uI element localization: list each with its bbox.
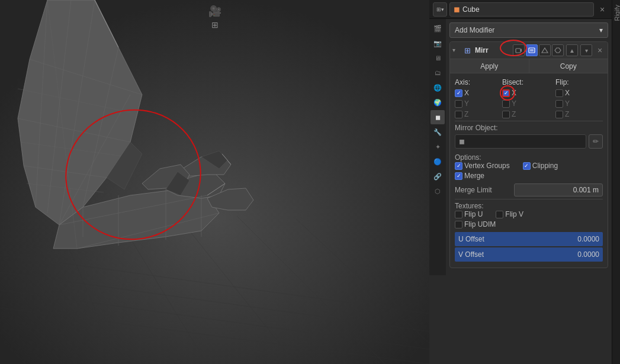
merge-limit-row: Merge Limit 0.001 m [455,183,603,197]
modifier-body: Axis: Bisect: Flip: X [450,73,608,268]
modifier-delete-btn[interactable]: × [595,45,605,56]
flip-y-checkbox[interactable] [555,100,563,108]
options-row-2: Merge [455,172,603,180]
flip-u-checkbox[interactable] [455,211,462,218]
mirror-object-eyedropper[interactable]: ✏ [589,134,603,149]
clipping-label: Clipping [532,162,558,170]
merge-checkbox[interactable] [455,172,462,180]
axis-x-label: X [464,89,469,97]
flip-udim-checkbox[interactable] [455,221,462,228]
axis-x-checkbox[interactable] [455,89,462,97]
modifier-strip-icon[interactable]: 🔧 [431,125,445,139]
vertex-groups-checkbox[interactable] [455,162,462,170]
vertex-groups-item: Vertex Groups [455,162,510,170]
mod-vis-buttons [513,44,564,56]
clipping-checkbox[interactable] [523,162,531,170]
properties-panel: ⊞▾ ◼ Cube × 🎬 📷 🖥 🗂 🌐 🌍 ◼ 🔧 ✦ 🔵 🔗 [429,0,612,364]
merge-item: Merge [455,172,484,180]
viewlayer-strip-icon[interactable]: 🗂 [431,66,445,80]
mirror-object-field: ◼ ✏ [455,134,603,149]
output-strip-icon[interactable]: 🖥 [431,51,445,65]
flip-v-checkbox[interactable] [496,211,503,218]
copy-button[interactable]: Copy [529,59,608,73]
flip-x-checkbox[interactable] [555,89,563,97]
viewport[interactable]: 🎥 ⊞ [0,0,429,364]
svg-marker-45 [555,48,561,53]
modifier-move-up-btn[interactable]: ▲ [566,44,578,56]
flip-z-label: Z [565,110,569,118]
modifier-move-down-btn[interactable]: ▾ [580,44,592,56]
grid-icon[interactable]: ⊞ [211,20,219,30]
separator-1 [455,121,603,121]
apply-copy-row: Apply Copy [450,59,608,73]
properties-body: 🎬 📷 🖥 🗂 🌐 🌍 ◼ 🔧 ✦ 🔵 🔗 ⬡ Add Mod [429,19,612,275]
left-icon-strip: 🎬 📷 🖥 🗂 🌐 🌍 ◼ 🔧 ✦ 🔵 🔗 ⬡ [429,19,446,275]
svg-marker-44 [542,48,548,53]
bisect-z-checkbox[interactable] [502,111,510,118]
options-label: Options: [455,153,481,162]
particles-strip-icon[interactable]: ✦ [431,140,445,154]
flip-z-checkbox[interactable] [555,111,563,118]
camera-icon[interactable]: 🎥 [208,5,221,18]
render-strip-icon[interactable]: 📷 [431,36,445,50]
view-type-button[interactable]: ⊞▾ [433,2,447,17]
u-offset-value: 0.0000 [577,235,599,243]
axis-z-label: Z [464,110,468,118]
modifier-collapse-toggle[interactable]: ▾ [452,47,460,54]
mirror-object-icon: ◼ [459,137,465,146]
options-row-1: Vertex Groups Clipping [455,162,603,170]
separator-2 [455,199,603,199]
mirror-object-picker[interactable]: ◼ [455,134,586,149]
apply-button[interactable]: Apply [450,59,529,73]
constraints-strip-icon[interactable]: 🔗 [431,169,445,183]
panel-header: ⊞▾ ◼ Cube × [429,0,612,19]
v-offset-label: V Offset [458,250,577,259]
bisect-x-label: X [512,89,516,97]
mod-edit-vis-btn[interactable] [539,44,551,56]
mod-camera-vis-btn[interactable] [513,44,525,56]
flip-udim-item: Flip UDIM [455,220,496,228]
textures-flip-row: Flip U Flip V [455,210,603,218]
options-section: Options: Vertex Groups Clipping [455,153,603,180]
bisect-y-checkbox[interactable] [502,100,510,108]
object-strip-icon[interactable]: ◼ [431,110,445,124]
object-icon: ◼ [454,5,460,14]
flip-u-item: Flip U [455,210,483,218]
axis-header-label: Axis: [455,78,502,86]
mod-viewport-vis-btn[interactable] [526,44,538,56]
bisect-z-label: Z [512,110,516,118]
close-button[interactable]: × [596,4,608,15]
add-modifier-button[interactable]: Add Modifier ▾ [449,22,608,38]
merge-limit-value[interactable]: 0.001 m [514,183,603,197]
y-axis-row: Y Y Y [455,99,603,108]
add-modifier-row: Add Modifier ▾ [449,22,608,38]
object-name: Cube [462,5,480,14]
physics-strip-icon[interactable]: 🔵 [431,154,445,169]
mirror-object-row: Mirror Object: [455,124,603,132]
clipping-item: Clipping [523,162,558,170]
main-content: Add Modifier ▾ ▾ ⊞ Mirr [446,19,612,275]
modifier-card: ▾ ⊞ Mirr [449,41,608,268]
scene-strip-icon[interactable]: 🎬 [431,21,445,36]
axis-y-checkbox[interactable] [455,100,462,108]
mirror-object-label: Mirror Object: [455,124,498,132]
world-strip-icon[interactable]: 🌍 [431,95,445,109]
modifier-header: ▾ ⊞ Mirr [450,42,608,59]
rigify-strip: Rigify [612,0,620,364]
rigify-label[interactable]: Rigify [612,2,620,24]
bisect-x-checkbox[interactable] [502,89,510,97]
v-offset-row[interactable]: V Offset 0.0000 [455,247,603,262]
u-offset-row[interactable]: U Offset 0.0000 [455,232,603,246]
merge-label: Merge [464,172,484,180]
u-offset-label: U Offset [458,235,577,243]
eyedropper-icon: ✏ [593,137,599,146]
data-strip-icon[interactable]: ⬡ [431,184,445,198]
scene-props-strip-icon[interactable]: 🌐 [431,80,445,95]
axis-z-checkbox[interactable] [455,111,462,118]
properties-sidebar: ⊞▾ ◼ Cube × 🎬 📷 🖥 🗂 🌐 🌍 ◼ 🔧 ✦ 🔵 🔗 [429,0,620,364]
axis-bisect-flip-headers: Axis: Bisect: Flip: [455,78,603,86]
dropdown-icon: ▾ [599,26,603,34]
add-modifier-label: Add Modifier [455,26,494,34]
mod-shape-vis-btn[interactable] [552,44,564,56]
flip-udim-label: Flip UDIM [464,220,496,228]
